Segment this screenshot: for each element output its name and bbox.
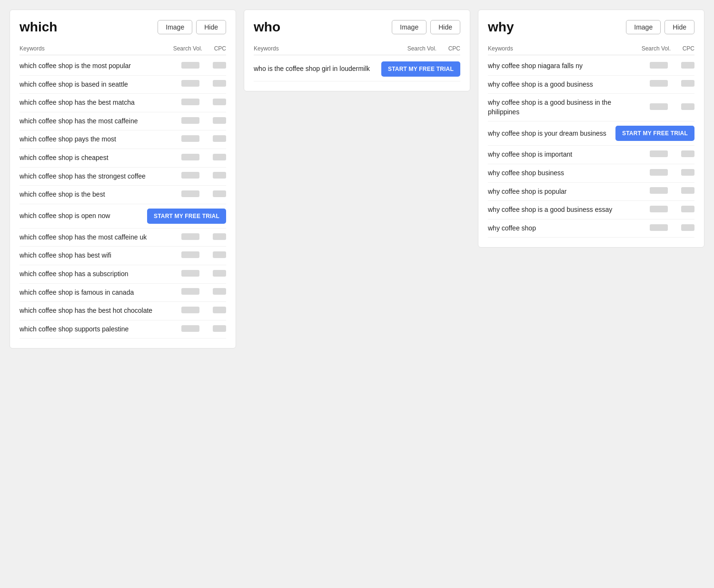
card-header-why: whyImageHide bbox=[488, 20, 694, 35]
col-cpc-header-who: CPC bbox=[436, 45, 460, 52]
keyword-row: why coffee shop is a good business in th… bbox=[488, 94, 694, 121]
keyword-text: why coffee shop is your dream business bbox=[488, 129, 612, 139]
search-vol-value bbox=[633, 150, 671, 159]
keyword-row: which coffee shop is the most popular bbox=[20, 57, 226, 76]
table-header-who: KeywordsSearch Vol.CPC bbox=[254, 42, 460, 55]
keyword-text: why coffee shop bbox=[488, 224, 633, 233]
cpc-value bbox=[202, 251, 226, 260]
keyword-row: why coffee shop business bbox=[488, 164, 694, 183]
hide-button-who[interactable]: Hide bbox=[430, 20, 460, 34]
col-cpc-header-why: CPC bbox=[671, 45, 694, 52]
columns-wrapper: whichImageHideKeywordsSearch Vol.CPCwhic… bbox=[10, 10, 704, 349]
cta-button-which[interactable]: START MY FREE TRIAL bbox=[147, 209, 226, 224]
keyword-text: which coffee shop supports palestine bbox=[20, 325, 164, 334]
keyword-row: why coffee shop is a good business essay bbox=[488, 201, 694, 219]
keyword-text: which coffee shop is the best bbox=[20, 190, 164, 199]
cpc-value bbox=[671, 62, 694, 70]
keyword-row: which coffee shop has the strongest coff… bbox=[20, 168, 226, 186]
table-header-why: KeywordsSearch Vol.CPC bbox=[488, 42, 694, 55]
keyword-text: why coffee shop is important bbox=[488, 150, 633, 159]
keyword-row: which coffee shop is the best bbox=[20, 186, 226, 204]
col-keyword-header-who: Keywords bbox=[254, 45, 398, 52]
col-searchvol-header-who: Search Vol. bbox=[398, 45, 436, 52]
search-vol-value bbox=[164, 117, 202, 126]
cpc-value bbox=[202, 80, 226, 89]
search-vol-value bbox=[164, 325, 202, 334]
search-vol-value bbox=[633, 224, 671, 233]
keyword-text: why coffee shop is popular bbox=[488, 187, 633, 197]
cpc-value bbox=[202, 135, 226, 144]
search-vol-value bbox=[164, 80, 202, 89]
cpc-value bbox=[202, 99, 226, 107]
keyword-text: which coffee shop is based in seattle bbox=[20, 80, 164, 90]
cpc-value bbox=[671, 169, 694, 178]
keyword-text: which coffee shop has best wifi bbox=[20, 251, 164, 260]
keyword-text: why coffee shop is a good business bbox=[488, 80, 633, 90]
cta-button-why[interactable]: START MY FREE TRIAL bbox=[615, 126, 694, 141]
search-vol-value bbox=[164, 307, 202, 315]
keyword-row: which coffee shop has the most caffeine … bbox=[20, 229, 226, 247]
search-vol-value bbox=[164, 233, 202, 242]
keyword-row: which coffee shop has best wifi bbox=[20, 247, 226, 265]
image-button-why[interactable]: Image bbox=[626, 20, 661, 34]
image-button-who[interactable]: Image bbox=[392, 20, 426, 34]
cpc-value bbox=[202, 270, 226, 279]
keyword-row: which coffee shop is famous in canada bbox=[20, 284, 226, 302]
card-who: whoImageHideKeywordsSearch Vol.CPCwho is… bbox=[244, 10, 470, 91]
cpc-value bbox=[202, 307, 226, 315]
cpc-value bbox=[202, 288, 226, 297]
header-buttons-which: ImageHide bbox=[158, 20, 226, 34]
search-vol-value bbox=[164, 288, 202, 297]
cta-button-who[interactable]: START MY FREE TRIAL bbox=[381, 61, 460, 77]
keyword-text: why coffee shop is a good business essay bbox=[488, 205, 633, 215]
keyword-row: which coffee shop supports palestine bbox=[20, 320, 226, 339]
keyword-row: who is the coffee shop girl in loudermil… bbox=[254, 57, 460, 81]
keyword-row: why coffee shop niagara falls ny bbox=[488, 57, 694, 76]
keyword-text: which coffee shop is the most popular bbox=[20, 61, 164, 71]
cpc-value bbox=[202, 172, 226, 180]
search-vol-value bbox=[164, 62, 202, 70]
search-vol-value bbox=[633, 187, 671, 196]
keyword-text: why coffee shop business bbox=[488, 169, 633, 178]
cpc-value bbox=[671, 80, 694, 89]
cpc-value bbox=[202, 154, 226, 162]
search-vol-value bbox=[164, 190, 202, 199]
keyword-text: why coffee shop niagara falls ny bbox=[488, 61, 633, 71]
search-vol-value bbox=[633, 206, 671, 214]
keyword-row: which coffee shop is based in seattle bbox=[20, 76, 226, 94]
col-keyword-header-why: Keywords bbox=[488, 45, 633, 52]
card-header-which: whichImageHide bbox=[20, 20, 226, 35]
search-vol-value bbox=[164, 270, 202, 279]
cpc-value bbox=[202, 325, 226, 334]
search-vol-value bbox=[164, 251, 202, 260]
keyword-text: which coffee shop has the most caffeine … bbox=[20, 233, 164, 242]
keyword-row: which coffee shop pays the most bbox=[20, 130, 226, 149]
keyword-text: which coffee shop has the best hot choco… bbox=[20, 306, 164, 316]
keyword-row: why coffee shop is a good business bbox=[488, 76, 694, 94]
hide-button-which[interactable]: Hide bbox=[196, 20, 226, 34]
table-header-which: KeywordsSearch Vol.CPC bbox=[20, 42, 226, 55]
hide-button-why[interactable]: Hide bbox=[664, 20, 694, 34]
card-title-which: which bbox=[20, 20, 57, 35]
search-vol-value bbox=[164, 99, 202, 107]
col-searchvol-header-which: Search Vol. bbox=[164, 45, 202, 52]
cpc-value bbox=[671, 103, 694, 112]
cpc-value bbox=[202, 117, 226, 126]
cpc-value bbox=[202, 233, 226, 242]
keyword-row: which coffee shop has the best matcha bbox=[20, 94, 226, 112]
keyword-row: which coffee shop is cheapest bbox=[20, 149, 226, 168]
cpc-value bbox=[202, 62, 226, 70]
keyword-text: who is the coffee shop girl in loudermil… bbox=[254, 64, 377, 74]
keyword-text: which coffee shop is cheapest bbox=[20, 153, 164, 163]
keyword-row: which coffee shop has the best hot choco… bbox=[20, 302, 226, 320]
search-vol-value bbox=[633, 62, 671, 70]
keyword-row: why coffee shop is important bbox=[488, 146, 694, 164]
image-button-which[interactable]: Image bbox=[158, 20, 192, 34]
search-vol-value bbox=[164, 154, 202, 162]
keyword-text: which coffee shop is open now bbox=[20, 211, 143, 221]
card-why: whyImageHideKeywordsSearch Vol.CPCwhy co… bbox=[478, 10, 704, 248]
keyword-row: why coffee shop bbox=[488, 219, 694, 238]
card-header-who: whoImageHide bbox=[254, 20, 460, 35]
cpc-value bbox=[671, 150, 694, 159]
cpc-value bbox=[671, 187, 694, 196]
